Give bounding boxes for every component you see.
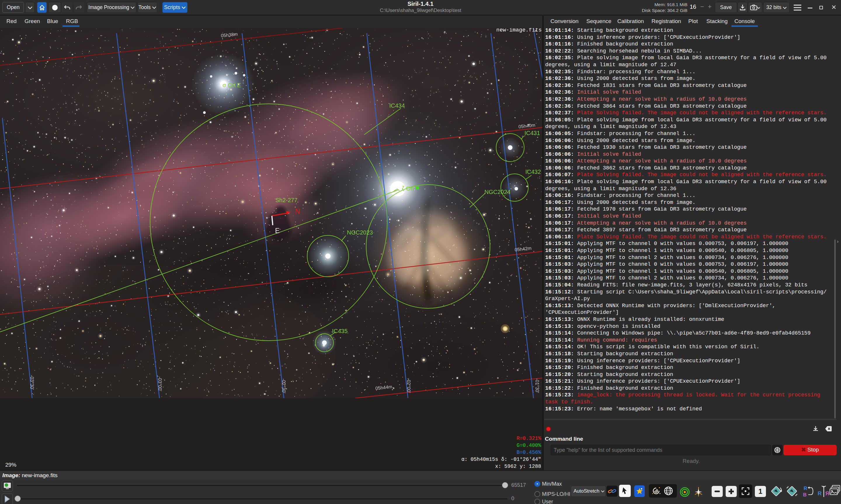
svg-text:E: E: [275, 227, 279, 234]
svg-text:IC434: IC434: [389, 102, 405, 109]
svg-text:-02°30': -02°30': [281, 379, 286, 393]
svg-text:NGC2024: NGC2024: [484, 189, 511, 195]
svg-text:-03°30': -03°30': [30, 375, 34, 390]
svg-text:B: B: [803, 492, 807, 498]
svg-text:ζ Ori: ζ Ori: [402, 185, 414, 192]
svg-text:σ Ori E: σ Ori E: [223, 82, 241, 88]
svg-text:IC435: IC435: [332, 328, 347, 334]
svg-text:N: N: [295, 208, 300, 215]
svg-text:-03°00': -03°00': [157, 377, 162, 391]
svg-text:R: R: [804, 486, 807, 491]
svg-text:R: R: [818, 490, 822, 497]
svg-text:Sh2-277: Sh2-277: [275, 197, 297, 203]
svg-text:IC432: IC432: [525, 168, 541, 175]
svg-text:NGC2023: NGC2023: [347, 229, 373, 236]
svg-text:-01°30': -01°30': [535, 378, 539, 393]
svg-text:-02°00': -02°00': [406, 378, 411, 393]
svg-text:IC431: IC431: [525, 130, 540, 136]
